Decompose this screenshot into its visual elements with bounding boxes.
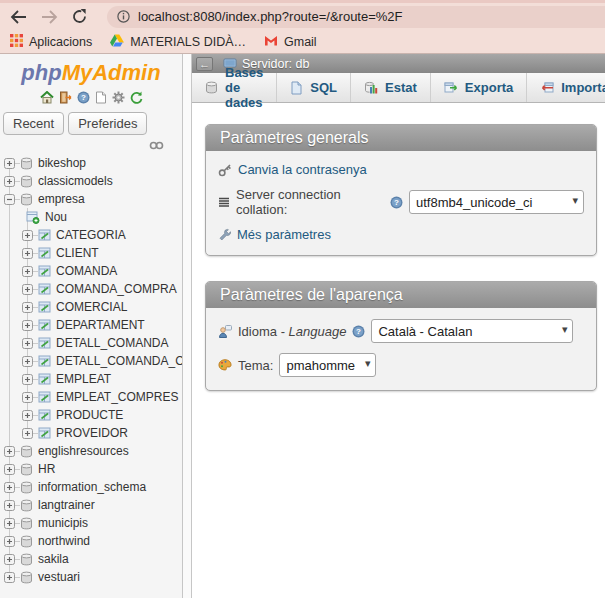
more-settings-link[interactable]: Més paràmetres — [237, 227, 331, 242]
change-password-link[interactable]: Canvia la contrasenya — [238, 162, 367, 177]
address-bar[interactable]: localhost:8080/index.php?route=/&route=%… — [107, 6, 605, 28]
bookmarks-bar: AplicacionsMATERIALS DIDÀ…Gmail — [0, 30, 605, 54]
tree-item-detall-comanda-compra[interactable]: DETALL_COMANDA_COMPRA — [0, 352, 182, 370]
sidebar-button-preferides[interactable]: Preferides — [68, 112, 147, 135]
forward-icon[interactable] — [41, 10, 58, 24]
gear-icon[interactable] — [112, 91, 125, 104]
tree-item-nou[interactable]: Nou — [0, 208, 182, 226]
database-icon — [20, 175, 33, 188]
help-icon[interactable]: ? — [352, 325, 365, 338]
tree-item-empleat[interactable]: EMPLEAT — [0, 370, 182, 388]
palette-icon — [218, 359, 232, 371]
expander-plus[interactable] — [22, 266, 33, 277]
table-icon — [38, 355, 51, 367]
expander-plus[interactable] — [4, 446, 15, 457]
tree-item-englishresources[interactable]: englishresources — [0, 442, 182, 460]
tree-item-municipis[interactable]: municipis — [0, 514, 182, 532]
expander-plus[interactable] — [22, 374, 33, 385]
gmail-icon — [264, 35, 278, 49]
tree-item-proveidor[interactable]: PROVEIDOR — [0, 424, 182, 442]
expander-plus[interactable] — [4, 518, 15, 529]
expander-plus[interactable] — [22, 338, 33, 349]
site-info-icon[interactable] — [117, 10, 130, 23]
expander-plus[interactable] — [4, 554, 15, 565]
expander-plus[interactable] — [4, 176, 15, 187]
tree-item-detall-comanda[interactable]: DETALL_COMANDA — [0, 334, 182, 352]
reload-icon[interactable] — [72, 9, 87, 24]
sidebar-button-recent[interactable]: Recent — [3, 112, 64, 135]
database-icon — [20, 157, 33, 170]
tab-importa[interactable]: Importa — [527, 73, 605, 102]
tree-item-information-schema[interactable]: information_schema — [0, 478, 182, 496]
phpmyadmin-logo[interactable]: phpMyAdmin — [0, 60, 182, 86]
tree-item-vestuari[interactable]: vestuari — [0, 568, 182, 586]
logout-icon[interactable] — [59, 91, 72, 104]
bookmark-gmail[interactable]: Gmail — [264, 35, 317, 49]
expander-plus[interactable] — [22, 248, 33, 259]
tree-item-producte[interactable]: PRODUCTE — [0, 406, 182, 424]
tree-item-client[interactable]: CLIENT — [0, 244, 182, 262]
sidebar-scrollbar[interactable] — [183, 54, 192, 598]
expander-plus[interactable] — [22, 356, 33, 367]
expander-plus[interactable] — [22, 320, 33, 331]
expander-plus[interactable] — [4, 482, 15, 493]
tree-item-sakila[interactable]: sakila — [0, 550, 182, 568]
tree-item-classicmodels[interactable]: classicmodels — [0, 172, 182, 190]
bookmark-label: Aplicacions — [29, 35, 92, 49]
table-icon — [38, 319, 51, 331]
help-icon[interactable]: ? — [390, 196, 403, 209]
expander-plus[interactable] — [4, 572, 15, 583]
expander-plus[interactable] — [4, 158, 15, 169]
tree-item-label: COMERCIAL — [56, 300, 127, 314]
back-icon[interactable] — [10, 10, 27, 24]
home-icon[interactable] — [40, 91, 54, 104]
tree-item-empleat-compres[interactable]: EMPLEAT_COMPRES — [0, 388, 182, 406]
language-select[interactable]: Català - Catalan — [371, 319, 573, 343]
bookmark-materials-did[interactable]: MATERIALS DIDÀ… — [110, 34, 246, 50]
expander-plus[interactable] — [4, 536, 15, 547]
theme-select[interactable]: pmahomme — [279, 353, 376, 377]
table-icon — [38, 247, 51, 259]
expander-plus[interactable] — [22, 302, 33, 313]
tab-exporta[interactable]: Exporta — [431, 73, 527, 102]
help-icon[interactable]: ? — [77, 91, 90, 104]
expander-plus[interactable] — [22, 284, 33, 295]
list-icon — [218, 197, 230, 208]
bookmark-label: Gmail — [284, 35, 317, 49]
tree-item-label: DETALL_COMANDA_COMPRA — [56, 354, 182, 368]
tab-database-icon — [205, 81, 218, 94]
refresh-icon[interactable] — [130, 91, 143, 104]
tree-item-comanda[interactable]: COMANDA — [0, 262, 182, 280]
tree-item-empresa[interactable]: empresa — [0, 190, 182, 208]
expander-plus[interactable] — [22, 392, 33, 403]
expander-plus[interactable] — [22, 428, 33, 439]
database-icon — [20, 463, 33, 476]
tree-item-departament[interactable]: DEPARTAMENT — [0, 316, 182, 334]
expander-plus[interactable] — [4, 464, 15, 475]
bookmark-aplicacions[interactable]: Aplicacions — [10, 34, 92, 50]
tree-item-label: municipis — [38, 516, 88, 530]
tab-estat[interactable]: Estat — [351, 73, 431, 102]
expander-minus[interactable] — [4, 194, 15, 205]
expander-plus[interactable] — [22, 230, 33, 241]
tree-item-hr[interactable]: HR — [0, 460, 182, 478]
tree-item-bikeshop[interactable]: bikeshop — [0, 154, 182, 172]
tree-item-comanda-compra[interactable]: COMANDA_COMPRA — [0, 280, 182, 298]
tree-item-label: CLIENT — [56, 246, 99, 260]
tree-item-label: PROVEIDOR — [56, 426, 128, 440]
link-icon[interactable] — [149, 141, 164, 150]
sql-icon — [290, 81, 303, 95]
collapse-nav-button[interactable]: ← — [196, 57, 213, 71]
tree-item-northwind[interactable]: northwind — [0, 532, 182, 550]
expander-plus[interactable] — [22, 410, 33, 421]
tree-item-categoria[interactable]: CATEGORIA — [0, 226, 182, 244]
tree-item-comercial[interactable]: COMERCIAL — [0, 298, 182, 316]
expander-plus[interactable] — [4, 500, 15, 511]
tab-sql[interactable]: SQL — [277, 73, 351, 102]
collation-select[interactable]: utf8mb4_unicode_ci — [409, 190, 584, 214]
tree-item-langtrainer[interactable]: langtrainer — [0, 496, 182, 514]
bookmark-label: MATERIALS DIDÀ… — [130, 35, 246, 49]
tab-bases-de-dades[interactable]: Bases de dades — [192, 73, 277, 102]
browser-toolbar: localhost:8080/index.php?route=/&route=%… — [0, 3, 605, 30]
docs-icon[interactable] — [95, 91, 107, 104]
